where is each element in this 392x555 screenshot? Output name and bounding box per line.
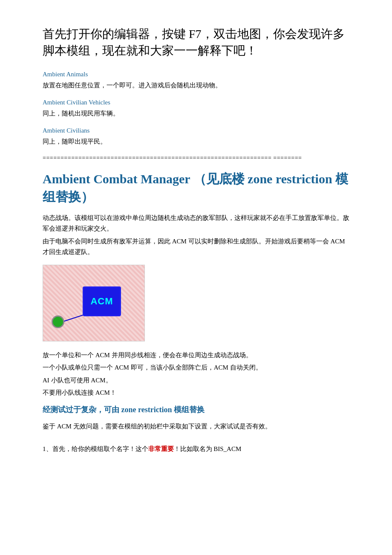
acm-section-title: Ambient Combat Manager （见底楼 zone restric… <box>43 170 349 206</box>
acm-desc-2: 由于电脑不会同时生成所有敌军并运算，因此 ACM 可以实时删除和生成部队。开始游… <box>43 236 349 258</box>
acm-usage-2: 一个小队或单位只需一个 ACM 即可，当该小队全部阵亡后，ACM 自动关闭。 <box>43 362 349 373</box>
step-1-before: 1、首先，给你的模组取个名字！这个 <box>43 445 148 452</box>
acm-box-label: ACM <box>90 294 113 309</box>
acm-desc-1: 动态战场。该模组可以在游戏中单位周边随机生成动态的敌军部队，这样玩家就不必在手工… <box>43 213 349 234</box>
ambient-civilian-vehicles-title[interactable]: Ambient Civilian Vehicles <box>43 97 349 107</box>
ambient-civilian-vehicles-desc: 同上，随机出现民用车辆。 <box>43 108 349 119</box>
replace-desc: 鉴于 ACM 无效问题，需要在模组的初始栏中采取如下设置，大家试试是否有效。 <box>43 421 349 432</box>
replace-subtitle: 经测试过于复杂，可由 zone restriction 模组替换 <box>43 404 349 416</box>
acm-usage-3: AI 小队也可使用 ACM。 <box>43 375 349 386</box>
acm-image: ACM <box>43 265 145 341</box>
divider-line: ========================================… <box>43 153 349 163</box>
acm-usage-4: 不要用小队线连接 ACM！ <box>43 387 349 399</box>
ambient-civilians-title[interactable]: Ambient Civilians <box>43 125 349 136</box>
acm-usage-1: 放一个单位和一个 ACM 并用同步线相连，便会在单位周边生成动态战场。 <box>43 350 349 361</box>
acm-box: ACM <box>83 286 121 316</box>
unit-circle <box>52 315 64 328</box>
step-1-text: 1、首先，给你的模组取个名字！这个非常重要！比如取名为 BIS_ACM <box>43 444 349 455</box>
ambient-civilians-desc: 同上，随即出现平民。 <box>43 136 349 147</box>
step-1-after: ！比如取名为 BIS_ACM <box>174 445 242 452</box>
intro-heading: 首先打开你的编辑器，按键 F7，双击地图，你会发现许多脚本模组，现在就和大家一一… <box>43 26 349 59</box>
ambient-animals-title[interactable]: Ambient Animals <box>43 69 349 79</box>
ambient-animals-desc: 放置在地图任意位置，一个即可。进入游戏后会随机出现动物。 <box>43 80 349 90</box>
step-1-highlight: 非常重要 <box>148 445 174 452</box>
